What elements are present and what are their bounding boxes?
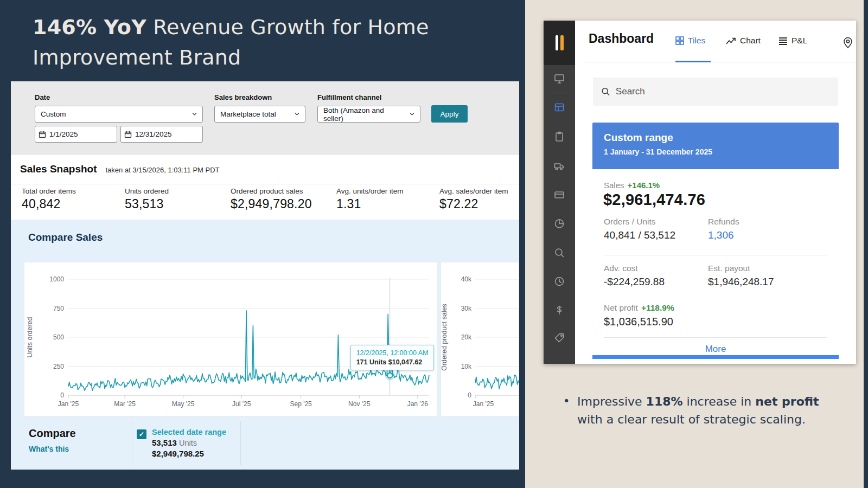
divider [132,421,132,465]
units-ordered-chart[interactable]: 02505007501000Jan '25Mar '25May '25Jul '… [24,262,437,416]
pie-chart-icon [553,217,565,229]
period-subtitle: 1 January - 31 December 2025 [604,147,827,156]
svg-text:750: 750 [53,305,64,312]
page-title: Dashboard [589,31,654,46]
svg-text:1000: 1000 [49,275,64,283]
takeaway-bullet: • Impressive 118% increase in net profit… [563,393,830,428]
svg-text:30k: 30k [461,305,472,312]
map-pin-icon [842,36,854,49]
sidebar-item-dashboard-icon[interactable] [553,101,565,113]
date-to-input[interactable]: 12/31/2025 [120,126,203,143]
trend-chart-icon [726,37,736,45]
chart-tooltip: 12/2/2025, 12:00:00 AM 171 Units $10,047… [350,345,435,370]
metric-avg-units-order: Avg. units/order item 1.31 [336,187,404,211]
sales-breakdown-select[interactable]: Marketplace total [214,106,305,123]
sidebar-item-clipboard-icon[interactable] [553,131,565,143]
sidebar-item-search-icon[interactable] [553,247,565,259]
snapshot-metrics-row: Total order items 40,842 Units ordered 5… [11,184,519,220]
sidebar-item-monitor-icon[interactable] [553,73,565,85]
sales-value: $2,961,474.76 [603,191,705,209]
svg-text:Jan '25: Jan '25 [473,400,494,408]
svg-text:10k: 10k [461,363,472,370]
more-link[interactable]: More [592,344,839,355]
svg-text:0: 0 [468,391,471,399]
fulfillment-channel-select[interactable]: Both (Amazon and seller) [317,106,420,123]
svg-text:Sep '25: Sep '25 [290,400,312,408]
metric-label: Avg. sales/order item [439,187,508,195]
metric-label: Total order items [22,187,76,195]
app-logo[interactable] [544,21,575,65]
header-divider [585,62,856,62]
sales-breakdown-label: Sales breakdown [214,93,272,101]
search-bar[interactable] [593,78,838,106]
svg-text:0: 0 [60,391,64,399]
sales-label: Sales [604,181,624,190]
compare-footer: Compare What's this ✓ Selected date rang… [11,416,519,470]
svg-text:May '25: May '25 [172,400,195,408]
compare-label: Compare [29,427,76,440]
apply-button[interactable]: Apply [431,105,468,123]
sales-breakdown-value: Marketplace total [220,110,276,118]
orders-units-label: Orders / Units [604,217,656,227]
sales-snapshot-header: Sales Snapshot taken at 3/15/2026, 1:03:… [11,155,519,184]
metric-value: 53,513 [125,197,169,211]
seller-central-screenshot: Date Custom 1/1/2025 12/31/2025 Sales br… [11,81,519,470]
svg-text:Jan '26: Jan '26 [407,400,429,408]
chevron-down-icon [295,112,299,117]
adv-cost-label: Adv. cost [604,264,638,273]
divider [240,421,241,465]
selected-range-checkbox[interactable]: ✓ [137,429,146,439]
chevron-down-icon [192,112,197,117]
svg-text:500: 500 [53,333,64,341]
sellerboard-window: Dashboard Tiles Chart P&L [544,21,856,364]
whats-this-link[interactable]: What's this [29,445,69,453]
metric-value: $2,949,798.20 [231,197,312,211]
date-to-value: 12/31/2025 [135,130,172,138]
sidebar-item-dollar-icon[interactable] [553,304,565,316]
ordered-product-sales-chart-canvas[interactable]: 010k20k30k40kJan '25Ordered product sale… [441,262,519,416]
svg-text:Units ordered: Units ordered [26,317,34,357]
date-range-value: Custom [41,110,66,118]
sidebar-item-clock-icon[interactable] [553,275,565,287]
tab-label: P&L [792,36,807,46]
calendar-icon [35,131,49,138]
legend-units-word: Units [179,439,197,447]
metric-label: Ordered product sales [231,187,312,195]
est-payout-value: $1,946,248.17 [708,276,774,288]
metric-avg-sales-order: Avg. sales/order item $72.22 [439,187,508,211]
search-icon [601,87,610,97]
slide-headline: 146% YoY Revenue Growth for Home Improve… [33,12,439,73]
date-from-input[interactable]: 1/1/2025 [35,126,117,143]
sidebar-item-pie-chart-icon[interactable] [553,217,565,229]
svg-text:Ordered product sales: Ordered product sales [441,304,448,371]
refunds-value-link[interactable]: 1,306 [708,229,734,241]
bullet-text: Impressive 118% increase in net profit w… [577,393,830,428]
sales-change-badge: +146.1% [628,181,660,190]
app-sidebar [544,21,575,364]
clock-icon [553,275,565,287]
location-pin-button[interactable] [842,36,854,49]
logo-bar-orange [560,35,564,50]
tab-tiles[interactable]: Tiles [675,36,705,46]
compare-sales-section: Compare Sales 02505007501000Jan '25Mar '… [11,220,519,470]
date-range-select[interactable]: Custom [35,106,203,123]
search-input[interactable] [616,86,830,97]
tag-icon [553,332,565,344]
sidebar-item-tag-icon[interactable] [553,332,565,344]
ordered-product-sales-chart[interactable]: 010k20k30k40kJan '25Ordered product sale… [441,262,519,416]
legend-sales: $2,949,798.25 [152,448,226,459]
sidebar-item-credit-card-icon[interactable] [553,189,565,201]
tab-chart[interactable]: Chart [726,36,761,46]
svg-text:Mar '25: Mar '25 [114,400,136,408]
metric-label: Avg. units/order item [336,187,404,195]
svg-text:20k: 20k [461,333,472,341]
metric-total-order-items: Total order items 40,842 [22,187,76,211]
tab-pnl[interactable]: P&L [778,36,807,46]
svg-text:250: 250 [53,363,64,370]
tile-period-header[interactable]: Custom range 1 January - 31 December 202… [592,123,839,169]
pnl-lines-icon [778,37,788,45]
tab-label: Tiles [688,36,705,46]
sidebar-item-truck-icon[interactable] [553,160,565,172]
units-ordered-chart-canvas[interactable]: 02505007501000Jan '25Mar '25May '25Jul '… [24,262,437,416]
snapshot-timestamp: taken at 3/15/2026, 1:03:11 PM PDT [106,164,220,174]
